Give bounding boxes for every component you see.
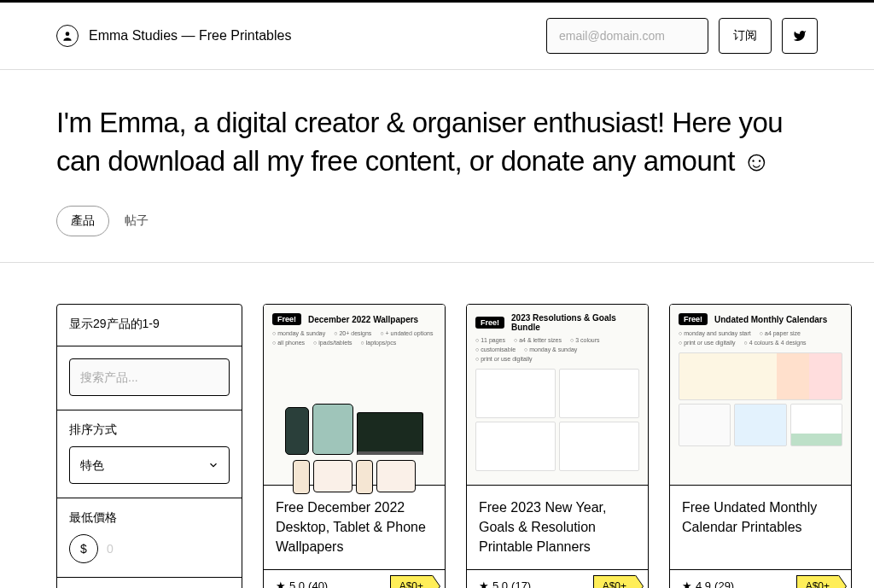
star-icon: ★ (682, 579, 692, 588)
card-body: Free 2023 New Year, Goals & Resolution P… (467, 486, 648, 569)
results-section: 显示29产品的1-9 (57, 305, 242, 346)
twitter-icon (793, 29, 807, 43)
free-badge: Free! (272, 313, 301, 325)
product-title: Free 2023 New Year, Goals & Resolution P… (479, 498, 636, 557)
subscribe-button[interactable]: 订阅 (719, 18, 772, 54)
max-price-section: 最高價 $ (57, 578, 242, 588)
product-thumbnail: Free! December 2022 Wallpapers monday & … (264, 305, 445, 486)
product-card[interactable]: Free! Undated Monthly Calendars monday a… (669, 304, 852, 588)
price-tag: A$0+ (593, 575, 636, 588)
search-section (57, 346, 242, 410)
sidebar: 显示29产品的1-9 排序方式 特色 最低價格 $ 最高價 $ (56, 304, 242, 588)
header: Emma Studies — Free Printables 订阅 (0, 3, 874, 70)
sort-section: 排序方式 特色 (57, 410, 242, 498)
rating: ★ 5.0 (40) (276, 579, 328, 588)
currency-symbol: $ (69, 534, 98, 563)
sort-label: 排序方式 (69, 422, 230, 438)
star-icon: ★ (479, 579, 489, 588)
header-left: Emma Studies — Free Printables (56, 25, 291, 47)
product-title: Free December 2022 Desktop, Tablet & Pho… (276, 498, 433, 557)
svg-point-0 (66, 32, 70, 36)
thumb-meta: 11 pagesa4 & letter sizes3 colours custo… (475, 337, 639, 362)
tab-products[interactable]: 產品 (56, 206, 109, 236)
twitter-button[interactable] (782, 18, 818, 54)
hero: I'm Emma, a digital creator & organiser … (0, 70, 874, 206)
thumb-title: Undated Monthly Calendars (714, 315, 827, 324)
card-footer: ★ 4.9 (29) A$0+ (670, 569, 851, 588)
results-count: 显示29产品的1-9 (69, 317, 230, 332)
main: 显示29产品的1-9 排序方式 特色 最低價格 $ 最高價 $ (0, 263, 874, 588)
product-card[interactable]: Free! December 2022 Wallpapers monday & … (263, 304, 446, 588)
free-badge: Free! (679, 313, 708, 325)
site-title[interactable]: Emma Studies — Free Printables (89, 28, 291, 44)
rating: ★ 4.9 (29) (682, 579, 734, 588)
header-right: 订阅 (546, 18, 818, 54)
price-tag: A$0+ (796, 575, 839, 588)
tabs: 產品 帖子 (0, 206, 874, 262)
card-body: Free Undated Monthly Calendar Printables (670, 486, 851, 569)
product-thumbnail: Free! Undated Monthly Calendars monday a… (670, 305, 851, 486)
thumb-title: December 2022 Wallpapers (308, 315, 418, 324)
min-price-section: 最低價格 $ (57, 498, 242, 578)
card-footer: ★ 5.0 (40) A$0+ (264, 569, 445, 588)
person-icon (61, 30, 73, 42)
card-body: Free December 2022 Desktop, Tablet & Pho… (264, 486, 445, 569)
product-title: Free Undated Monthly Calendar Printables (682, 498, 839, 537)
avatar[interactable] (56, 25, 79, 47)
star-icon: ★ (276, 579, 286, 588)
hero-text: I'm Emma, a digital creator & organiser … (56, 104, 818, 180)
thumb-meta: monday and sunday starta4 paper size pri… (679, 330, 842, 346)
product-grid: Free! December 2022 Wallpapers monday & … (263, 304, 852, 588)
price-tag: A$0+ (390, 575, 433, 588)
min-price-label: 最低價格 (69, 510, 230, 526)
product-thumbnail: Free! 2023 Resolutions & Goals Bundle 11… (467, 305, 648, 486)
free-badge: Free! (475, 317, 504, 329)
card-footer: ★ 5.0 (17) A$0+ (467, 569, 648, 588)
sort-select[interactable]: 特色 (69, 446, 230, 484)
tab-posts[interactable]: 帖子 (125, 213, 149, 229)
product-card[interactable]: Free! 2023 Resolutions & Goals Bundle 11… (466, 304, 649, 588)
email-input[interactable] (546, 18, 708, 54)
thumb-title: 2023 Resolutions & Goals Bundle (511, 313, 639, 332)
min-price-input[interactable] (107, 534, 256, 563)
thumb-meta: monday & sunday20+ designs+ undated opti… (272, 330, 436, 346)
rating: ★ 5.0 (17) (479, 579, 531, 588)
search-input[interactable] (69, 358, 230, 396)
